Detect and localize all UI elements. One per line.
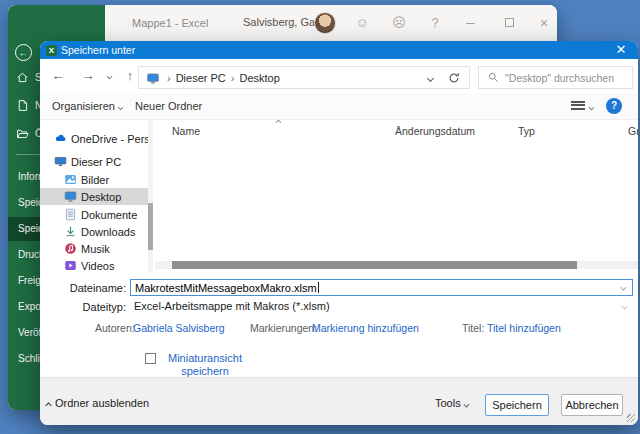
maximize-button[interactable] bbox=[497, 12, 523, 34]
sidebar-item-label: Dokumente bbox=[81, 209, 137, 221]
sidebar-item-label: Downloads bbox=[81, 226, 135, 238]
nav-back-icon[interactable]: ← bbox=[48, 66, 68, 86]
new-folder-button[interactable]: Neuer Ordner bbox=[135, 100, 202, 112]
home-icon bbox=[16, 71, 29, 84]
filename-label: Dateiname: bbox=[40, 282, 126, 294]
frown-feedback-icon[interactable]: ☹ bbox=[386, 12, 412, 34]
sidebar-scrollbar-thumb[interactable] bbox=[148, 203, 153, 250]
thumbnail-checkbox[interactable] bbox=[145, 353, 156, 364]
address-dropdown-icon[interactable] bbox=[427, 75, 434, 82]
breadcrumb-separator: › bbox=[162, 72, 176, 84]
sidebar-item-desktop[interactable]: Desktop bbox=[40, 188, 148, 205]
sort-ascending-icon bbox=[276, 120, 282, 125]
downloads-icon bbox=[64, 225, 77, 238]
dialog-close-icon[interactable]: ✕ bbox=[610, 41, 632, 59]
dialog-toolbar: Organisieren Neuer Ordner ? bbox=[40, 93, 638, 120]
authors-label: Autoren: bbox=[95, 322, 135, 334]
search-box[interactable] bbox=[478, 66, 633, 89]
tools-dropdown-icon[interactable] bbox=[463, 401, 469, 407]
new-doc-icon bbox=[16, 99, 29, 112]
filetype-select[interactable]: Excel-Arbeitsmappe mit Makros (*.xlsm) bbox=[130, 299, 633, 315]
videos-icon bbox=[64, 259, 77, 272]
cancel-button[interactable]: Abbrechen bbox=[561, 394, 623, 416]
nav-up-icon[interactable]: ↑ bbox=[120, 66, 140, 86]
sidebar-item-label: Videos bbox=[81, 260, 114, 272]
filename-input[interactable]: MakrotestMitMessageboxMakro.xlsm bbox=[130, 279, 633, 296]
authors-value[interactable]: Gabriela Salvisberg bbox=[133, 322, 225, 334]
file-list[interactable]: NameÄnderungsdatumTypGröße bbox=[155, 120, 638, 270]
refresh-icon[interactable] bbox=[447, 71, 461, 85]
onedrive-icon bbox=[54, 132, 67, 145]
tags-value[interactable]: Markierung hinzufügen bbox=[312, 322, 419, 334]
column-header-änderungsdatum[interactable]: Änderungsdatum bbox=[395, 125, 475, 137]
tags-label: Markierungen: bbox=[250, 322, 317, 334]
save-as-dialog: X Speichern unter ✕ ← → ↑ ›Dieser PC›Des… bbox=[40, 41, 638, 425]
desktop-location-icon bbox=[146, 72, 160, 84]
breadcrumb: ›Dieser PC›Desktop bbox=[162, 72, 280, 84]
hide-folders-chevron-icon bbox=[45, 402, 51, 408]
sidebar-item-label: OneDrive - Person bbox=[71, 133, 153, 145]
places-sidebar: OneDrive - PersonDieser PCBilderDesktopD… bbox=[40, 120, 153, 272]
hide-folders-button[interactable]: Ordner ausblenden bbox=[55, 397, 149, 409]
pictures-icon bbox=[64, 173, 77, 186]
filetype-value: Excel-Arbeitsmappe mit Makros (*.xlsm) bbox=[134, 300, 330, 312]
desktop: { "colors": { "desktop_bg": "#4e81bf", "… bbox=[0, 0, 640, 434]
sidebar-item-videos[interactable]: Videos bbox=[40, 257, 148, 272]
thumbnail-label[interactable]: Miniaturansicht speichern bbox=[160, 352, 250, 378]
view-mode-icon[interactable] bbox=[571, 101, 585, 112]
sidebar-item-label: Dieser PC bbox=[71, 156, 121, 168]
sidebar-item-label: Desktop bbox=[81, 191, 121, 203]
search-input[interactable] bbox=[505, 68, 629, 87]
help-icon[interactable]: ? bbox=[422, 12, 448, 34]
text-caret bbox=[318, 282, 319, 293]
title-label: Titel: bbox=[462, 322, 484, 334]
sidebar-item-musik[interactable]: Musik bbox=[40, 240, 148, 257]
dialog-titlebar: X Speichern unter ✕ bbox=[40, 41, 638, 59]
resize-grip[interactable] bbox=[627, 414, 635, 422]
this-pc-icon bbox=[54, 155, 67, 168]
music-icon bbox=[64, 242, 77, 255]
desktop-icon bbox=[64, 190, 77, 203]
sidebar-item-dokumente[interactable]: Dokumente bbox=[40, 206, 148, 223]
filename-value: MakrotestMitMessageboxMakro.xlsm bbox=[135, 282, 319, 294]
filename-dropdown-icon[interactable] bbox=[620, 284, 626, 290]
title-value[interactable]: Titel hinzufügen bbox=[487, 322, 561, 334]
dialog-help-icon[interactable]: ? bbox=[606, 98, 622, 114]
sidebar-item-bilder[interactable]: Bilder bbox=[40, 171, 148, 188]
sidebar-item-onedrive-person[interactable]: OneDrive - Person bbox=[40, 130, 148, 147]
address-bar[interactable]: ›Dieser PC›Desktop bbox=[138, 66, 470, 89]
view-mode-chevron-icon[interactable] bbox=[589, 105, 595, 111]
close-button[interactable]: × bbox=[531, 12, 557, 34]
sidebar-item-label: Bilder bbox=[81, 174, 109, 186]
horizontal-scrollbar-track[interactable] bbox=[155, 261, 638, 269]
tools-button[interactable]: Tools bbox=[435, 397, 461, 409]
dialog-footer: Ordner ausblenden Tools Speichern Abbrec… bbox=[40, 377, 638, 425]
back-arrow-icon[interactable]: ← bbox=[15, 44, 32, 61]
organize-button[interactable]: Organisieren bbox=[52, 100, 123, 112]
column-header-typ[interactable]: Typ bbox=[518, 125, 535, 137]
documents-icon bbox=[64, 208, 77, 221]
avatar[interactable] bbox=[314, 12, 336, 34]
filetype-dropdown-icon[interactable] bbox=[621, 303, 627, 309]
filetype-label: Dateityp: bbox=[40, 301, 126, 313]
sidebar-item-downloads[interactable]: Downloads bbox=[40, 223, 148, 240]
nav-recent-chevron-icon[interactable] bbox=[99, 66, 119, 86]
minimize-button[interactable] bbox=[458, 12, 484, 34]
save-button[interactable]: Speichern bbox=[485, 394, 549, 416]
search-icon bbox=[487, 71, 500, 84]
sidebar-item-label: Musik bbox=[81, 243, 110, 255]
open-folder-icon bbox=[16, 127, 29, 140]
column-header-größe[interactable]: Größe bbox=[628, 125, 638, 137]
backstage-corner bbox=[8, 5, 105, 41]
breadcrumb-item-dieser-pc[interactable]: Dieser PC bbox=[176, 72, 226, 84]
nav-forward-icon[interactable]: → bbox=[78, 66, 98, 86]
dialog-title: Speichern unter bbox=[61, 44, 135, 56]
smile-feedback-icon[interactable]: ☺ bbox=[349, 12, 375, 34]
horizontal-scrollbar-thumb[interactable] bbox=[172, 261, 577, 269]
column-header-name[interactable]: Name bbox=[172, 125, 200, 137]
breadcrumb-item-desktop[interactable]: Desktop bbox=[239, 72, 279, 84]
excel-icon: X bbox=[46, 45, 57, 56]
breadcrumb-separator: › bbox=[226, 72, 240, 84]
sidebar-item-dieser-pc[interactable]: Dieser PC bbox=[40, 153, 148, 170]
excel-titlebar: Mappe1 - Excel Salvisberg, Gaby ☺ ☹ ? × bbox=[8, 5, 557, 41]
